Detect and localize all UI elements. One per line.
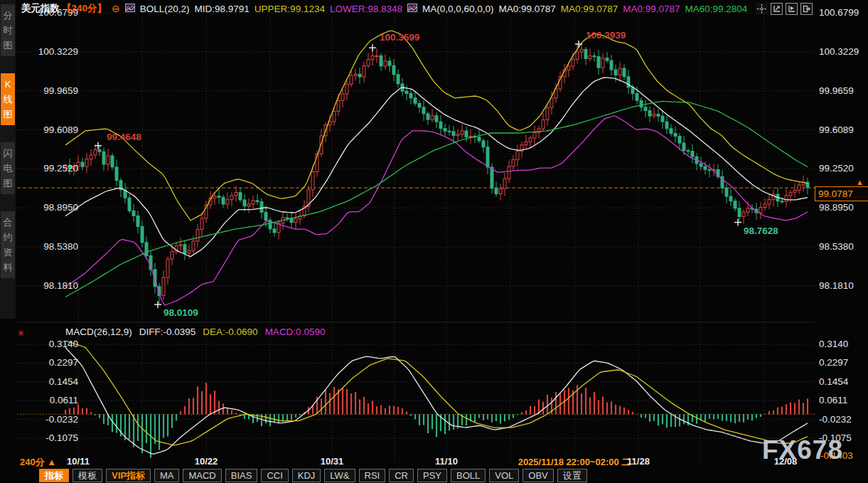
candle-body: [136, 216, 139, 226]
date-label: 11/10: [435, 456, 458, 467]
price-up-arrow: ▲: [856, 178, 864, 186]
indicator-button-模板[interactable]: 模板: [73, 469, 102, 482]
candle-body: [363, 65, 365, 77]
boll-mid-value: MID:98.9791: [195, 4, 250, 14]
candle-body: [230, 196, 233, 200]
candle-body: [345, 84, 348, 94]
indicator-button-vip指标[interactable]: VIP指标: [106, 469, 151, 482]
indicator-button-cr[interactable]: CR: [389, 469, 414, 482]
indicator-button-设置[interactable]: 设置: [557, 469, 587, 482]
candle-body: [341, 94, 344, 100]
candle-body: [781, 201, 783, 202]
candle-body: [606, 58, 609, 61]
candle-body: [576, 52, 579, 59]
candle-body: [286, 218, 289, 218]
chart-canvas[interactable]: 99.4648100.3599100.393998.010998.7628: [0, 0, 868, 483]
candle-body: [486, 147, 489, 167]
indicator-button-boll[interactable]: BOLL: [451, 469, 486, 482]
indicator-button-bias[interactable]: BIAS: [225, 469, 258, 482]
boll-chart-icon[interactable]: [125, 4, 135, 14]
sidebar: 分时图 K线图 闪电图 合约资料: [0, 0, 16, 319]
candle-body: [427, 114, 429, 120]
indicator-button-macd[interactable]: MACD: [183, 469, 221, 482]
crosshair-icon[interactable]: [756, 3, 768, 15]
candle-body: [107, 156, 109, 164]
ma-chart-icon[interactable]: [407, 4, 417, 14]
candle-body: [644, 107, 647, 111]
candle-body: [508, 166, 510, 179]
macd-settings-icon[interactable]: ✳: [17, 328, 25, 339]
axis-label: 0.2297: [21, 357, 78, 368]
axis-label: 100.3229: [819, 46, 859, 57]
candle-body: [640, 100, 643, 107]
candle-body: [636, 93, 638, 100]
candle-body: [243, 200, 246, 206]
axis-label: 0.0611: [21, 395, 78, 405]
candle-body: [439, 122, 442, 128]
indicator-button-rsi[interactable]: RSI: [359, 469, 386, 482]
sidebar-tab-lightning[interactable]: 闪电图: [1, 142, 15, 194]
candle-body: [708, 169, 711, 170]
axis-label: 98.1810: [819, 280, 854, 291]
indicator-button-cci[interactable]: CCI: [261, 469, 288, 482]
candle-body: [665, 122, 668, 129]
symbol-title: 美元指数: [21, 2, 60, 15]
candle-body: [218, 196, 220, 198]
axis-indicator-icon[interactable]: [786, 3, 798, 15]
candle-body: [597, 57, 600, 68]
candle-body: [98, 150, 101, 152]
indicator-toolbar: 指标模板VIP指标MAMACDBIASCCIKDJLW&RSICRPSYBOLL…: [39, 469, 587, 482]
candle-body: [188, 250, 191, 253]
candle-body: [196, 229, 199, 241]
candle-body: [418, 103, 421, 107]
candle-body: [465, 131, 468, 137]
boll-lower-line: [65, 116, 808, 305]
indicator-button-obv[interactable]: OBV: [523, 469, 553, 482]
axis-label: 98.5380: [819, 241, 854, 252]
indicator-button-vol[interactable]: VOL: [489, 469, 519, 482]
axis-label: -0.0232: [21, 414, 78, 425]
sidebar-tab-contract-info[interactable]: 合约资料: [1, 211, 15, 278]
exit-fullscreen-icon[interactable]: [800, 3, 813, 15]
candle-body: [452, 132, 455, 136]
candle-body: [503, 179, 506, 189]
candle-body: [384, 61, 387, 66]
time-axis[interactable]: 240分 ▲ 10/1110/2210/3111/102025/11/18 22…: [0, 456, 868, 467]
candle-body: [422, 107, 425, 114]
candle-body: [687, 151, 690, 152]
indicator-button-psy[interactable]: PSY: [417, 469, 447, 482]
date-label: 12/08: [774, 456, 798, 467]
sidebar-tab-kline[interactable]: K线图: [1, 73, 15, 125]
candle-body: [171, 252, 173, 259]
candle-body: [213, 196, 216, 198]
period-label[interactable]: 240分 ▲: [20, 456, 56, 469]
axis-label: 99.2520: [21, 163, 78, 174]
indicator-button-ma[interactable]: MA: [154, 469, 180, 482]
collapse-icon[interactable]: ⊖: [112, 4, 120, 13]
indicator-button-kdj[interactable]: KDJ: [292, 469, 321, 482]
indicator-button-指标[interactable]: 指标: [39, 469, 69, 482]
axis-label: 0.1454: [21, 376, 78, 387]
sidebar-tab-timeshare[interactable]: 分时图: [1, 4, 15, 56]
candle-body: [546, 107, 549, 120]
chart-header: 美元指数 【240分】 ⊖ BOLL(20,2) MID:98.9791 UPP…: [21, 2, 747, 15]
candle-body: [128, 198, 131, 211]
indicator-button-lw&[interactable]: LW&: [324, 469, 355, 482]
price-annotation: 99.4648: [107, 132, 141, 142]
period-tag: 【240分】: [62, 2, 107, 15]
candle-body: [657, 114, 660, 116]
axis-label: -0.0232: [819, 414, 852, 425]
candle-body: [90, 155, 92, 159]
ma0-magenta-value: MA0:99.0787: [623, 4, 680, 14]
candle-body: [252, 201, 254, 204]
boll-upper-value: UPPER:99.1234: [254, 4, 325, 14]
candle-body: [264, 212, 267, 220]
candle-body: [789, 192, 792, 196]
axis-label: 100.6799: [819, 7, 859, 18]
candle-body: [631, 87, 634, 94]
candle-body: [115, 167, 118, 181]
candle-body: [738, 208, 741, 217]
axis-scale-icon[interactable]: [771, 3, 783, 15]
candle-body: [674, 134, 677, 137]
candle-body: [798, 185, 800, 191]
